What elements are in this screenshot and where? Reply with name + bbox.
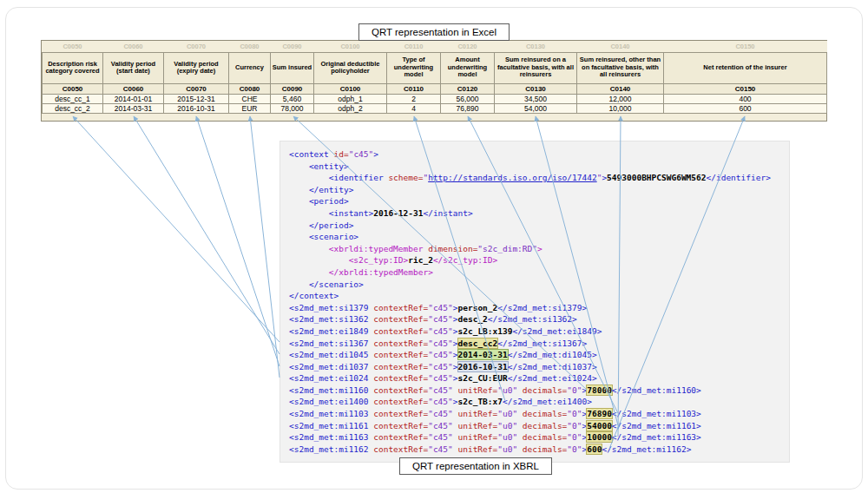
table-cell: 600 bbox=[664, 103, 827, 113]
ghost-column-code: C0140 bbox=[577, 41, 664, 52]
column-header: Type of underwriting model bbox=[387, 52, 441, 83]
code-line: <s2md_met:mi1160 contextRef="c45" unitRe… bbox=[289, 385, 780, 397]
table-cell: 2016-10-31 bbox=[164, 103, 229, 113]
code-line: </entity> bbox=[289, 184, 780, 196]
table-cell: 78,000 bbox=[271, 103, 314, 113]
code-line: <context id="c45"> bbox=[289, 148, 780, 161]
table-cell: EUR bbox=[229, 103, 271, 113]
column-header: Description risk category covered bbox=[43, 52, 103, 83]
ghost-column-code: C0060 bbox=[103, 41, 164, 52]
ghost-column-code: C0120 bbox=[441, 41, 495, 52]
column-code: C0100 bbox=[314, 83, 387, 94]
code-line: </scenario> bbox=[289, 279, 780, 291]
table-cell: 2 bbox=[387, 94, 441, 103]
table-cell: 12,000 bbox=[577, 94, 664, 103]
table-cell: desc_cc_2 bbox=[43, 103, 103, 113]
code-line: <s2md_met:ei1024 contextRef="c45">s2c_CU… bbox=[289, 372, 780, 385]
column-code: C0060 bbox=[103, 83, 164, 94]
column-header: Validity period (start date) bbox=[103, 52, 164, 83]
column-code: C0110 bbox=[387, 83, 441, 94]
column-header: Currency bbox=[229, 52, 271, 83]
table-row-codes: C0050C0060C0070C0080C0090C0100C0110C0120… bbox=[43, 83, 827, 94]
table-cell: 5,460 bbox=[271, 94, 314, 103]
column-code: C0080 bbox=[229, 83, 271, 94]
ghost-column-code: C0080 bbox=[229, 41, 271, 52]
table-cell: CHE bbox=[229, 94, 271, 103]
code-line: </xbrldi:typedMember> bbox=[289, 266, 780, 279]
excel-table-area: C0050C0060C0070C0080C0090C0100C0110C0120… bbox=[41, 40, 827, 122]
code-line: <s2md_met:mi1103 contextRef="c45" unitRe… bbox=[289, 408, 780, 420]
ghost-column-code: C0130 bbox=[495, 41, 577, 52]
excel-table: C0050C0060C0070C0080C0090C0100C0110C0120… bbox=[42, 41, 827, 114]
column-header: Sum insured bbox=[271, 52, 314, 83]
column-code: C0050 bbox=[43, 83, 103, 94]
table-row-data: desc_cc_12014-01-012015-12-31CHE5,460odp… bbox=[43, 94, 827, 103]
xbrl-representation-label: QRT representation in XBRL bbox=[399, 457, 552, 475]
code-line: </period> bbox=[289, 220, 780, 232]
code-line: <s2md_met:si1362 contextRef="c45">desc_2… bbox=[289, 313, 780, 325]
code-line: <s2c_typ:ID>ric_2</s2c_typ:ID> bbox=[289, 254, 780, 266]
column-code: C0150 bbox=[664, 83, 827, 94]
column-header: Net retention of the insurer bbox=[664, 52, 827, 83]
code-line: <xbrldi:typedMember dimension="s2c_dim:R… bbox=[289, 243, 780, 255]
table-row-hdr: Description risk category coveredValidit… bbox=[43, 52, 827, 83]
table-footer-strip bbox=[42, 114, 826, 121]
code-line: <instant>2016-12-31</instant> bbox=[289, 207, 780, 220]
table-cell: 54,000 bbox=[495, 103, 577, 113]
ghost-column-code: C0090 bbox=[271, 41, 314, 52]
column-code: C0090 bbox=[271, 83, 314, 94]
table-cell: 400 bbox=[664, 94, 827, 103]
table-cell: 10,000 bbox=[577, 103, 664, 113]
code-line: <entity> bbox=[289, 161, 780, 173]
code-line: <s2md_met:mi1163 contextRef="c45" unitRe… bbox=[289, 431, 780, 444]
code-line: <s2md_met:si1379 contextRef="c45">person… bbox=[289, 302, 780, 314]
excel-representation-label: QRT representation in Excel bbox=[358, 23, 510, 41]
column-code: C0070 bbox=[164, 83, 229, 94]
code-line: <s2md_met:si1367 contextRef="c45">desc_c… bbox=[289, 338, 780, 350]
table-cell: desc_cc_1 bbox=[43, 94, 103, 103]
ghost-column-code: C0150 bbox=[664, 41, 827, 52]
table-cell: 2014-01-01 bbox=[103, 94, 164, 103]
column-header: Validity period (expiry date) bbox=[164, 52, 229, 83]
code-line: <scenario> bbox=[289, 231, 780, 243]
code-line: <s2md_met:di1037 contextRef="c45">2016-1… bbox=[289, 361, 780, 373]
ghost-column-code: C0110 bbox=[387, 41, 441, 52]
ghost-column-code: C0050 bbox=[43, 41, 103, 52]
column-code: C0120 bbox=[441, 83, 495, 94]
column-header: Sum reinsured, other than on facultative… bbox=[577, 52, 664, 83]
table-cell: 56,000 bbox=[441, 94, 495, 103]
table-cell: 4 bbox=[387, 103, 441, 113]
table-cell: 2015-12-31 bbox=[164, 94, 229, 103]
code-line: <s2md_met:di1045 contextRef="c45">2014-0… bbox=[289, 349, 780, 361]
code-line: <s2md_met:ei1849 contextRef="c45">s2c_LB… bbox=[289, 325, 780, 338]
xbrl-code: <context id="c45"> <entity> <identifier … bbox=[279, 141, 790, 463]
table-cell: odph_1 bbox=[314, 94, 387, 103]
column-code: C0140 bbox=[577, 83, 664, 94]
table-row-ghost: C0050C0060C0070C0080C0090C0100C0110C0120… bbox=[43, 41, 827, 52]
code-line: </context> bbox=[289, 290, 780, 302]
table-cell: 34,500 bbox=[495, 94, 577, 103]
ghost-column-code: C0100 bbox=[314, 41, 387, 52]
table-cell: odph_2 bbox=[314, 103, 387, 113]
code-line: <identifier scheme="http://standards.iso… bbox=[289, 172, 780, 184]
column-code: C0130 bbox=[495, 83, 577, 94]
column-header: Amount underwriting model bbox=[441, 52, 495, 83]
code-line: <s2md_met:ei1400 contextRef="c45">s2c_TB… bbox=[289, 396, 780, 408]
code-line: <period> bbox=[289, 195, 780, 207]
column-header: Original deductible policyholder bbox=[314, 52, 387, 83]
table-row-data: desc_cc_22014-03-312016-10-31EUR78,000od… bbox=[43, 103, 827, 113]
code-line: <s2md_met:mi1162 contextRef="c45" unitRe… bbox=[289, 444, 780, 456]
column-header: Sum reinsured on a facultative basis, wi… bbox=[495, 52, 577, 83]
table-cell: 2014-03-31 bbox=[103, 103, 164, 113]
code-line: <s2md_met:mi1161 contextRef="c45" unitRe… bbox=[289, 420, 780, 432]
table-cell: 76,890 bbox=[441, 103, 495, 113]
ghost-column-code: C0070 bbox=[164, 41, 229, 52]
